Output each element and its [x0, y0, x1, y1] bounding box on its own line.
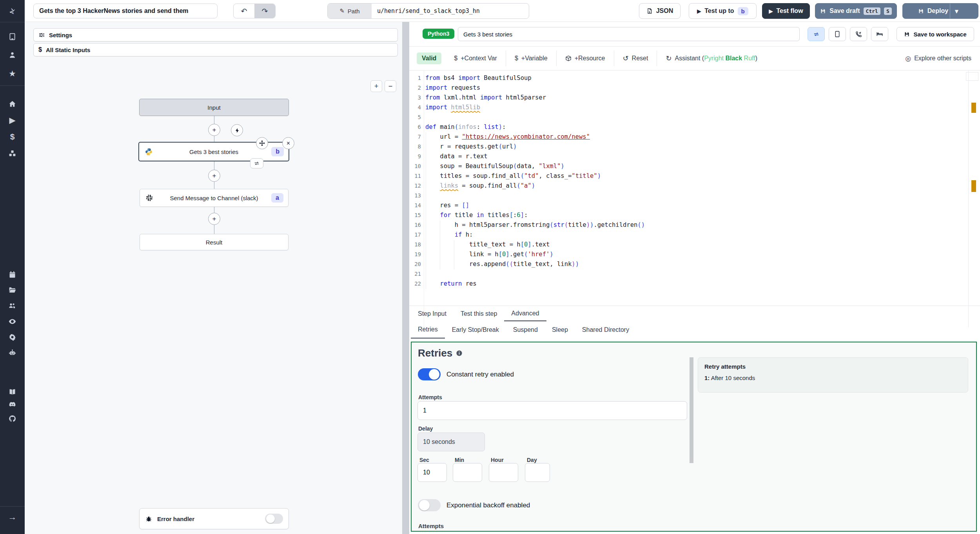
retries-scrollbar[interactable]	[690, 357, 693, 463]
docs-book-icon[interactable]	[8, 387, 17, 396]
webhook-phone-button[interactable]	[850, 27, 867, 41]
add-context-var-button[interactable]: $ +Context Var	[445, 51, 506, 66]
retry-indicator-chip[interactable]	[250, 158, 263, 168]
subtab-suspend[interactable]: Suspend	[506, 321, 545, 339]
flow-title-input[interactable]: Gets the top 3 HackerNews stories and se…	[33, 4, 218, 18]
constant-retry-toggle[interactable]	[418, 368, 441, 380]
node-input[interactable]: Input	[139, 99, 289, 116]
deploy-dropdown-chevron[interactable]: ▾	[950, 4, 963, 18]
subtab-retries[interactable]: Retries	[411, 321, 445, 339]
step-editor-panel: Python3 Gets 3 best stories Save to work…	[409, 22, 980, 534]
insert-step-button[interactable]: +	[208, 170, 220, 182]
tab-step-input[interactable]: Step Input	[411, 306, 454, 321]
day-label: Day	[527, 457, 537, 463]
all-static-inputs-button[interactable]: $ All Static Inputs	[33, 43, 398, 56]
expand-sidebar-arrow-icon[interactable]: →	[8, 512, 17, 522]
settings-gear-icon[interactable]	[8, 332, 17, 342]
save-draft-button[interactable]: Save draft Ctrl S	[815, 3, 897, 19]
assistant-button[interactable]: ↻ Assistant (Pyright Black Ruff)	[657, 51, 766, 66]
attempts-label: Attempts	[418, 394, 442, 400]
node-result[interactable]: Result	[140, 234, 289, 250]
insert-step-button[interactable]: +	[208, 124, 220, 136]
tab-advanced[interactable]: Advanced	[504, 306, 546, 321]
min-input[interactable]	[453, 463, 482, 482]
delete-step-button[interactable]: ×	[282, 137, 294, 149]
code-line: 8 r = requests.get(url)	[409, 142, 966, 152]
json-button[interactable]: JSON	[639, 3, 681, 19]
error-handler-node[interactable]: Error handler	[139, 508, 289, 529]
bolt-icon	[234, 128, 240, 133]
bed-icon	[876, 31, 883, 38]
workspace-building-icon[interactable]	[8, 32, 17, 41]
audit-eye-icon[interactable]	[8, 317, 17, 326]
sec-label: Sec	[419, 457, 429, 463]
redo-button[interactable]: ↷	[254, 4, 275, 18]
path-field[interactable]: ✎Path u/henri/send_to_slack_top3_hn	[327, 3, 529, 19]
sleep-bed-button[interactable]	[871, 27, 888, 41]
loop-icon	[813, 31, 820, 38]
code-editor[interactable]: 1from bs4 import BeautifulSoup2import re…	[409, 71, 980, 328]
save-to-workspace-button[interactable]: Save to workspace	[897, 27, 974, 41]
retry-attempts-summary: Retry attempts 1: After 10 seconds	[698, 357, 968, 393]
test-up-to-button[interactable]: ▶ Test up to b	[689, 3, 757, 19]
folders-icon[interactable]	[8, 285, 17, 295]
hour-label: Hour	[491, 457, 504, 463]
retries-title: Retries	[418, 347, 463, 359]
reset-button[interactable]: ↺ Reset	[614, 51, 657, 66]
editor-toolbar: Valid $ +Context Var $ +Variable +Resour…	[409, 46, 980, 71]
move-step-button[interactable]	[256, 137, 268, 149]
subtab-early-stop[interactable]: Early Stop/Break	[445, 321, 506, 339]
day-input[interactable]	[525, 463, 550, 482]
kbd-ctrl: Ctrl	[864, 7, 880, 15]
code-line: 17 if h:	[409, 230, 966, 240]
variables-dollar-icon[interactable]: $	[8, 132, 17, 141]
user-icon[interactable]	[8, 50, 17, 60]
test-flow-button[interactable]: ▶ Test flow	[762, 3, 810, 19]
ai-robot-icon[interactable]	[8, 348, 17, 357]
zoom-in-button[interactable]: +	[370, 80, 382, 92]
deploy-button[interactable]: Deploy ▾	[902, 3, 978, 19]
panel-resizer[interactable]	[402, 22, 409, 534]
step-a-id-badge: a	[271, 193, 283, 203]
zoom-out-button[interactable]: −	[385, 80, 396, 92]
tab-test-this-step[interactable]: Test this step	[454, 306, 504, 321]
favorites-star-icon[interactable]: ★	[8, 69, 17, 78]
warning-marker	[971, 180, 976, 192]
sec-input[interactable]: 10	[417, 463, 447, 482]
discord-icon[interactable]	[8, 400, 17, 409]
groups-users-gear-icon[interactable]	[8, 301, 17, 310]
diff-toggle-button[interactable]	[808, 27, 825, 41]
exponential-backoff-row: Exponential backoff enabled	[418, 499, 530, 511]
undo-button[interactable]: ↶	[234, 4, 254, 18]
error-handler-toggle[interactable]	[265, 514, 283, 524]
code-line: 1from bs4 import BeautifulSoup	[409, 74, 966, 83]
hour-input[interactable]	[489, 463, 518, 482]
add-variable-button[interactable]: $ +Variable	[506, 51, 556, 66]
node-step-a[interactable]: Send Message to Channel (slack) a	[140, 189, 289, 207]
attempts-input[interactable]: 1	[417, 401, 687, 420]
windmill-logo-icon[interactable]	[8, 6, 17, 16]
subtab-sleep[interactable]: Sleep	[545, 321, 575, 339]
mobile-view-button[interactable]	[829, 27, 846, 41]
insert-step-button[interactable]: +	[208, 213, 220, 225]
trigger-bolt-button[interactable]	[231, 124, 243, 136]
github-icon[interactable]	[8, 414, 17, 423]
add-resource-button[interactable]: +Resource	[556, 51, 614, 66]
schedules-calendar-icon[interactable]	[8, 270, 17, 279]
runs-play-icon[interactable]: ▶	[8, 116, 17, 125]
undo-redo-group: ↶ ↷	[233, 4, 276, 18]
reset-icon: ↺	[623, 54, 629, 63]
flow-settings-button[interactable]: Settings	[33, 28, 398, 42]
subtab-shared-directory[interactable]: Shared Directory	[575, 321, 636, 339]
slack-icon	[145, 194, 153, 202]
step-name-input[interactable]: Gets 3 best stories	[458, 27, 800, 41]
code-line: 16 h = html5parser.fromstring(str(title)…	[409, 221, 966, 230]
home-icon[interactable]	[8, 99, 17, 109]
resources-cubes-icon[interactable]	[8, 148, 17, 158]
test-up-to-step-badge: b	[738, 7, 748, 15]
path-value[interactable]: u/henri/send_to_slack_top3_hn	[372, 4, 529, 18]
code-line: 20 res.append((title_text, link))	[409, 260, 966, 270]
exponential-backoff-toggle[interactable]	[418, 499, 441, 511]
explore-other-scripts-button[interactable]: ◎ Explore other scripts	[905, 54, 971, 63]
code-line: 22 return res	[409, 279, 966, 289]
